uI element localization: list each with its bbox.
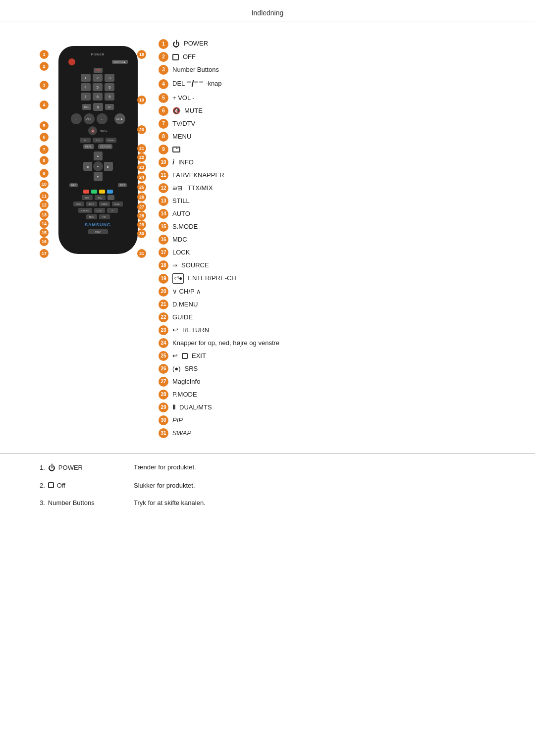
power-label-remote: POWER bbox=[91, 53, 105, 56]
desc-label-1: 1. ⏻ POWER bbox=[40, 463, 119, 472]
exit-btn[interactable]: EXIT bbox=[118, 183, 126, 187]
srs-icon: (●) bbox=[172, 364, 181, 373]
num-8[interactable]: 8 bbox=[93, 93, 103, 101]
callout-23: 23 bbox=[137, 163, 146, 172]
legend-item-21: 21 D.MENU bbox=[159, 300, 505, 309]
nav-center-btn[interactable]: ● bbox=[93, 161, 103, 171]
legend-item-17: 17 LOCK bbox=[159, 248, 505, 257]
desc-label-2: 2. Off bbox=[40, 482, 119, 489]
num-2[interactable]: 2 bbox=[93, 74, 103, 82]
vol-label-btn: VOL bbox=[84, 113, 95, 124]
callout-3: 3 bbox=[40, 81, 49, 90]
badge-29: 29 bbox=[159, 403, 168, 412]
callout-29: 29 bbox=[137, 220, 146, 229]
color-blue-btn[interactable] bbox=[107, 190, 113, 194]
num-0[interactable]: 0 bbox=[93, 103, 103, 111]
callout-31: 31 bbox=[137, 249, 146, 258]
nav-right-btn[interactable]: ▶ bbox=[104, 162, 113, 171]
lock-btn[interactable]: LOCK bbox=[94, 208, 105, 213]
magicinfo-btn[interactable]: Mag bbox=[95, 195, 106, 200]
callout-22: 22 bbox=[137, 153, 146, 162]
callout-12: 12 bbox=[40, 201, 49, 209]
legend-text-13: STILL bbox=[172, 197, 190, 205]
legend-item-1: 1 ⏻ POWER bbox=[159, 39, 505, 49]
off-btn[interactable]: OFF bbox=[94, 68, 103, 73]
num-5[interactable]: 5 bbox=[93, 83, 103, 91]
desc-text-1: Tænder for produktet. bbox=[134, 463, 196, 471]
badge-2: 2 bbox=[159, 52, 168, 62]
pre-ch-btn[interactable]: 12 bbox=[105, 104, 114, 110]
color-yellow-btn[interactable] bbox=[99, 190, 105, 194]
mute-label: MUTE bbox=[100, 129, 107, 132]
mdc-btn[interactable]: MDC bbox=[86, 214, 97, 219]
desc-num-1: 1. bbox=[40, 464, 45, 471]
badge-16: 16 bbox=[159, 235, 168, 245]
num-3[interactable]: 3 bbox=[105, 74, 114, 82]
guide-btn[interactable]: GUIDE bbox=[106, 138, 116, 143]
tv-btn[interactable]: TV bbox=[80, 138, 91, 143]
badge-8: 8 bbox=[159, 132, 168, 142]
nav-down-btn[interactable]: ▼ bbox=[94, 172, 103, 181]
badge-24: 24 bbox=[159, 338, 168, 348]
legend-item-7: 7 TV/DTV bbox=[159, 119, 505, 129]
color-green-btn[interactable] bbox=[91, 190, 97, 194]
legend-text-20: ∨ CH/P ∧ bbox=[172, 287, 201, 296]
num-9[interactable]: 9 bbox=[105, 93, 114, 101]
menu-btn[interactable]: MENU bbox=[83, 144, 95, 149]
callout-26: 26 bbox=[137, 193, 146, 202]
num-6[interactable]: 6 bbox=[105, 83, 114, 91]
pip-btn[interactable]: PIP bbox=[99, 214, 110, 219]
badge-11: 11 bbox=[159, 170, 168, 180]
srs-btn[interactable]: SRS bbox=[82, 195, 93, 200]
auto-btn[interactable]: AUTO bbox=[86, 202, 97, 206]
still-btn[interactable]: STILL bbox=[73, 202, 84, 206]
legend-item-26: 26 (●) SRS bbox=[159, 364, 505, 374]
mute-btn[interactable]: 🔇 bbox=[88, 126, 97, 135]
badge-17: 17 bbox=[159, 248, 168, 257]
del-btn[interactable]: DEL bbox=[82, 104, 91, 110]
vol-minus-btn[interactable]: - bbox=[97, 113, 107, 124]
legend-item-16: 16 MDC bbox=[159, 235, 505, 245]
exit-icon: ↩ bbox=[172, 352, 178, 360]
legend-text-27: MagicInfo bbox=[172, 377, 200, 386]
legend-item-27: 27 MagicInfo bbox=[159, 377, 505, 387]
legend-item-14: 14 AUTO bbox=[159, 209, 505, 219]
smode-btn[interactable]: S.MODE bbox=[78, 208, 92, 213]
vol-plus-btn[interactable]: + bbox=[71, 113, 82, 124]
info-btn[interactable]: INFO bbox=[69, 183, 78, 187]
legend-item-8: 8 MENU bbox=[159, 132, 505, 142]
power-btn-remote[interactable] bbox=[68, 58, 75, 65]
color-red-btn[interactable] bbox=[83, 190, 89, 194]
legend-text-15: S.MODE bbox=[172, 222, 198, 231]
badge-22: 22 bbox=[159, 312, 168, 322]
return-btn[interactable]: RETURN bbox=[98, 144, 112, 149]
pmode-btn[interactable]: P.MDE bbox=[99, 202, 110, 206]
legend-text-3: Number Buttons bbox=[172, 65, 219, 74]
legend-text-29: DUAL/MTS bbox=[179, 403, 212, 412]
callout-25: 25 bbox=[137, 183, 146, 192]
badge-18: 18 bbox=[159, 260, 168, 270]
callout-16: 16 bbox=[40, 237, 49, 246]
callout-11: 11 bbox=[40, 192, 49, 201]
legend-list: 1 ⏻ POWER 2 OFF 3 Number Buttons 4 DEL ⁻… bbox=[159, 36, 505, 438]
dual-btn[interactable]: DUAL bbox=[112, 202, 123, 206]
callout-7: 7 bbox=[40, 145, 49, 154]
nav-arrow-btn[interactable]: ↑ bbox=[107, 195, 114, 200]
nav-left-btn[interactable]: ◀ bbox=[83, 162, 92, 171]
swap-btn[interactable]: SWAP bbox=[88, 229, 108, 234]
mts-btn[interactable]: I II bbox=[107, 208, 118, 213]
legend-item-29: 29 Ⅱ DUAL/MTS bbox=[159, 403, 505, 412]
ttx-icon: ≡/⊟ bbox=[172, 184, 182, 193]
ch-up-btn[interactable]: CH▲ bbox=[114, 113, 125, 124]
legend-text-25: EXIT bbox=[192, 352, 206, 360]
remote-illustration: POWER SOURCE▶ OFF 1 2 3 bbox=[40, 41, 144, 254]
source-btn-remote[interactable]: SOURCE▶ bbox=[112, 60, 127, 64]
nav-up-btn[interactable]: ▲ bbox=[94, 151, 103, 160]
legend-text-11: FARVEKNAPPER bbox=[172, 171, 224, 180]
num-7[interactable]: 7 bbox=[81, 93, 91, 101]
legend-item-15: 15 S.MODE bbox=[159, 222, 505, 232]
num-4[interactable]: 4 bbox=[81, 83, 91, 91]
num-1[interactable]: 1 bbox=[81, 74, 91, 82]
main-content: POWER SOURCE▶ OFF 1 2 3 bbox=[0, 21, 535, 453]
dtv-btn[interactable]: DTV bbox=[93, 138, 104, 143]
